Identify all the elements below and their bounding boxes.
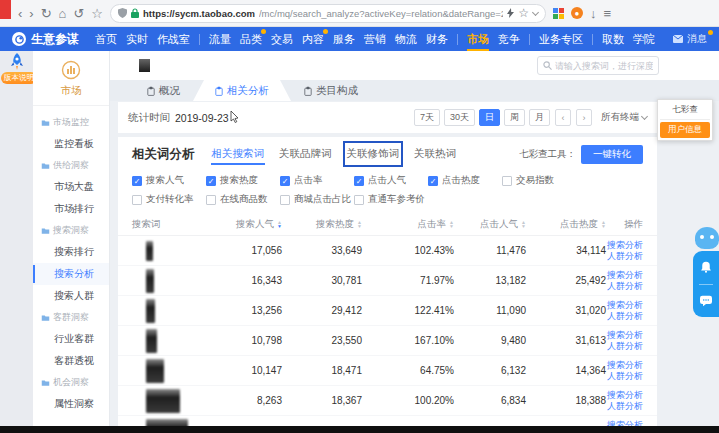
action-link-人群分析[interactable]: 人群分析 bbox=[606, 341, 643, 352]
sidebar-item-搜索人群[interactable]: 搜索人群 bbox=[33, 285, 109, 307]
nav-item-营销[interactable]: 营销 bbox=[364, 28, 386, 51]
range-button-日[interactable]: 日 bbox=[479, 109, 500, 126]
sidebar-item-属性洞察[interactable]: 属性洞察 bbox=[33, 393, 109, 415]
reload-button[interactable]: ↻ bbox=[41, 7, 52, 20]
sidebar-item-客群透视[interactable]: 客群透视 bbox=[33, 350, 109, 372]
column-搜索热度[interactable]: 搜索热度▲▼ bbox=[282, 218, 362, 231]
nav-item-品类[interactable]: 品类 bbox=[240, 28, 262, 51]
nav-item-实时[interactable]: 实时 bbox=[126, 28, 148, 51]
metric-商城点击占比[interactable]: 商城点击占比 bbox=[280, 193, 354, 206]
checkbox-checked[interactable]: ✓ bbox=[206, 176, 216, 186]
nav-item-取数[interactable]: 取数 bbox=[602, 28, 624, 51]
checkbox-unchecked[interactable] bbox=[132, 195, 142, 205]
address-bar[interactable]: https://sycm.taobao.com/mc/mq/search_ana… bbox=[110, 4, 546, 23]
sidebar-item-市场监控[interactable]: 市场监控 bbox=[33, 112, 109, 133]
search-input[interactable] bbox=[555, 61, 653, 71]
mascot-avatar[interactable] bbox=[695, 227, 719, 249]
brand[interactable]: 生意参谋 bbox=[12, 31, 79, 48]
nav-item-流量[interactable]: 流量 bbox=[209, 28, 231, 51]
action-link-搜索分析[interactable]: 搜索分析 bbox=[606, 390, 643, 401]
action-link-人群分析[interactable]: 人群分析 bbox=[606, 251, 643, 262]
range-button-月[interactable]: 月 bbox=[529, 109, 550, 126]
sidebar-item-客群洞察[interactable]: 客群洞察 bbox=[33, 307, 109, 328]
nav-item-财务[interactable]: 财务 bbox=[426, 28, 448, 51]
nav-item-作战室[interactable]: 作战室 bbox=[157, 28, 190, 51]
action-link-搜索分析[interactable]: 搜索分析 bbox=[606, 270, 643, 281]
metric-直通车参考价[interactable]: 直通车参考价 bbox=[354, 193, 428, 206]
undo-button[interactable]: ↺ bbox=[73, 7, 84, 20]
tab-概况[interactable]: 概况 bbox=[134, 80, 193, 101]
nav-item-内容[interactable]: 内容 bbox=[302, 28, 324, 51]
nav-item-物流[interactable]: 物流 bbox=[395, 28, 417, 51]
panel-tab-关联品牌词[interactable]: 关联品牌词 bbox=[278, 144, 333, 164]
next-page-button[interactable]: › bbox=[576, 109, 592, 126]
column-点击人气[interactable]: 点击人气▲▼ bbox=[454, 218, 526, 231]
metric-点击热度[interactable]: ✓点击热度 bbox=[428, 174, 502, 187]
nav-item-学院[interactable]: 学院 bbox=[633, 28, 655, 51]
checkbox-unchecked[interactable] bbox=[206, 195, 216, 205]
sidebar-item-市场大盘[interactable]: 市场大盘 bbox=[33, 176, 109, 198]
keyword-search-box[interactable] bbox=[537, 56, 659, 75]
rocket-icon[interactable] bbox=[9, 53, 25, 73]
nav-item-业务专区[interactable]: 业务专区 bbox=[539, 28, 583, 51]
metric-在线商品数[interactable]: 在线商品数 bbox=[206, 193, 280, 206]
metric-搜索人气[interactable]: ✓搜索人气 bbox=[132, 174, 206, 187]
action-link-搜索分析[interactable]: 搜索分析 bbox=[606, 300, 643, 311]
metric-点击率[interactable]: ✓点击率 bbox=[280, 174, 354, 187]
range-button-30天[interactable]: 30天 bbox=[444, 109, 475, 126]
nav-item-交易[interactable]: 交易 bbox=[271, 28, 293, 51]
nav-item-首页[interactable]: 首页 bbox=[95, 28, 117, 51]
forward-button[interactable]: › bbox=[29, 7, 33, 20]
messages-entry[interactable]: 消息 bbox=[673, 32, 707, 46]
download-icon[interactable]: ↓ bbox=[590, 7, 597, 20]
sidebar-item-搜索排行[interactable]: 搜索排行 bbox=[33, 241, 109, 263]
terminal-select[interactable]: 所有终端 bbox=[601, 111, 647, 124]
extension-popup-item[interactable]: 用户信息 bbox=[660, 122, 710, 138]
checkbox-checked[interactable]: ✓ bbox=[280, 176, 290, 186]
nav-item-市场[interactable]: 市场 bbox=[467, 28, 489, 51]
checkbox-unchecked[interactable] bbox=[354, 195, 364, 205]
version-badge[interactable]: 版本说明 bbox=[1, 72, 37, 84]
sidebar-item-市场排行[interactable]: 市场排行 bbox=[33, 198, 109, 220]
chevron-down-icon[interactable] bbox=[532, 8, 539, 15]
one-click-convert-button[interactable]: 一键转化 bbox=[581, 145, 643, 164]
metric-点击人气[interactable]: ✓点击人气 bbox=[354, 174, 428, 187]
extensions-grid-icon[interactable] bbox=[553, 8, 564, 19]
date-value[interactable]: 2019-09-23 bbox=[175, 112, 229, 124]
checkbox-unchecked[interactable] bbox=[280, 195, 290, 205]
extension-orange-icon[interactable]: ● bbox=[571, 7, 583, 19]
chat-icon[interactable] bbox=[700, 295, 712, 307]
action-link-人群分析[interactable]: 人群分析 bbox=[606, 311, 643, 322]
action-link-人群分析[interactable]: 人群分析 bbox=[606, 371, 643, 382]
metric-支付转化率[interactable]: 支付转化率 bbox=[132, 193, 206, 206]
action-link-搜索分析[interactable]: 搜索分析 bbox=[606, 360, 643, 371]
panel-tab-相关搜索词[interactable]: 相关搜索词 bbox=[211, 144, 266, 164]
action-link-搜索分析[interactable]: 搜索分析 bbox=[606, 240, 643, 251]
sidebar-item-监控看板[interactable]: 监控看板 bbox=[33, 133, 109, 155]
bell-icon[interactable] bbox=[700, 261, 712, 273]
back-button[interactable]: ‹ bbox=[18, 7, 22, 20]
sidebar-item-供给洞察[interactable]: 供给洞察 bbox=[33, 155, 109, 176]
panel-tab-关联热词[interactable]: 关联热词 bbox=[413, 144, 457, 164]
tab-相关分析[interactable]: 相关分析 bbox=[193, 80, 291, 101]
range-button-周[interactable]: 周 bbox=[504, 109, 525, 126]
range-button-7天[interactable]: 7天 bbox=[414, 109, 440, 126]
bookmark-star-icon[interactable]: ☆ bbox=[91, 7, 103, 20]
action-link-人群分析[interactable]: 人群分析 bbox=[606, 281, 643, 292]
sidebar-item-机会洞察[interactable]: 机会洞察 bbox=[33, 372, 109, 393]
panel-tab-关联修饰词[interactable]: 关联修饰词 bbox=[346, 144, 401, 164]
checkbox-checked[interactable]: ✓ bbox=[428, 176, 438, 186]
favorite-star-icon[interactable]: ☆ bbox=[518, 7, 529, 19]
sidebar-item-搜索分析[interactable]: 搜索分析 bbox=[33, 263, 109, 285]
action-link-搜索分析[interactable]: 搜索分析 bbox=[606, 330, 643, 341]
metric-搜索热度[interactable]: ✓搜索热度 bbox=[206, 174, 280, 187]
nav-item-服务[interactable]: 服务 bbox=[333, 28, 355, 51]
action-link-人群分析[interactable]: 人群分析 bbox=[606, 401, 643, 412]
home-button[interactable]: ⌂ bbox=[59, 7, 67, 20]
prev-page-button[interactable]: ‹ bbox=[555, 109, 571, 126]
checkbox-unchecked[interactable] bbox=[502, 176, 512, 186]
sidebar-item-行业客群[interactable]: 行业客群 bbox=[33, 328, 109, 350]
checkbox-checked[interactable]: ✓ bbox=[354, 176, 364, 186]
nav-item-竞争[interactable]: 竞争 bbox=[498, 28, 520, 51]
column-点击热度[interactable]: 点击热度▲▼ bbox=[526, 218, 606, 231]
